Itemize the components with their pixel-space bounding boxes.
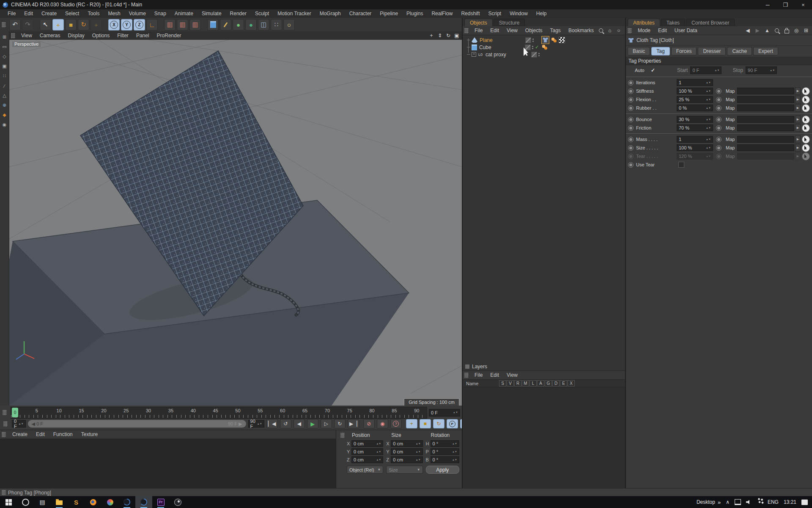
map-field[interactable] <box>737 96 794 103</box>
tab-content-browser[interactable]: Content Browser <box>686 19 735 26</box>
am-lock-icon[interactable] <box>783 27 790 34</box>
viewport-scene[interactable]: Perspective Grid Spacing : 100 cm <box>9 40 462 406</box>
key-position-toggle[interactable]: + <box>406 419 417 428</box>
timeline-playhead[interactable]: 0 <box>12 408 18 417</box>
keyframe-dot-icon[interactable] <box>628 162 634 168</box>
rail-edges-mode-icon[interactable]: ∕ <box>1 83 8 89</box>
key-rotation-toggle[interactable]: ↻ <box>433 419 444 428</box>
toolbar-move-tool-icon[interactable]: + <box>52 19 64 30</box>
menu-motion-tracker[interactable]: Motion Tracker <box>273 10 315 17</box>
rail-tweak-mode-icon[interactable]: ◆ <box>1 112 8 118</box>
coordinates-grip[interactable] <box>340 433 345 438</box>
map-browse-button[interactable]: ▶ <box>795 124 801 132</box>
current-frame-field[interactable]: 0 F▲▼ <box>12 420 26 428</box>
toolbar-lock-x-axis-icon[interactable]: X <box>108 19 120 30</box>
toolbar-redo-icon[interactable]: ↷ <box>22 19 33 30</box>
loop-button[interactable]: ↻ <box>334 419 346 428</box>
coordinate-mode-dropdown[interactable]: Object (Rel)▼ <box>347 466 383 474</box>
goto-end-button[interactable]: ▶▕ <box>348 419 359 428</box>
keyframe-dot-icon[interactable] <box>628 88 634 94</box>
om-menu-edit[interactable]: Edit <box>486 27 503 34</box>
toolbar-lock-z-axis-icon[interactable]: Z <box>134 19 145 30</box>
map-keyframe-dot-icon[interactable] <box>716 145 721 151</box>
map-keyframe-dot-icon[interactable] <box>716 88 721 94</box>
keyframe-dot-icon[interactable] <box>628 117 634 122</box>
material-menu-create[interactable]: Create <box>8 431 32 438</box>
map-field[interactable] <box>737 116 794 123</box>
section-tab-cache[interactable]: Cache <box>727 47 752 55</box>
keyframe-dot-icon[interactable] <box>628 137 634 142</box>
toggle-view-layout-icon[interactable]: ▣ <box>453 32 460 39</box>
menu-volume[interactable]: Volume <box>125 10 150 17</box>
rotation-field-b[interactable]: 0 °▲▼ <box>431 456 459 463</box>
apply-button[interactable]: Apply <box>426 466 459 474</box>
layers-column-m[interactable]: M <box>522 380 529 387</box>
map-keyframe-dot-icon[interactable] <box>716 125 721 131</box>
camera-rotate-icon[interactable]: ↻ <box>445 32 452 39</box>
am-menu-grip[interactable] <box>628 28 632 33</box>
map-pick-button[interactable] <box>802 135 810 144</box>
cloth-tag-icon[interactable] <box>541 36 549 44</box>
menu-help[interactable]: Help <box>532 10 551 17</box>
om-menu-tags[interactable]: Tags <box>546 27 565 34</box>
minimize-button[interactable]: ─ <box>759 0 776 9</box>
keyframe-dot-icon[interactable] <box>628 125 634 131</box>
dropbox-icon[interactable] <box>758 501 761 503</box>
viewport-menu-panel[interactable]: Panel <box>132 32 153 39</box>
rail-make-editable-icon[interactable]: ⊞ <box>1 34 8 40</box>
layers-column-d[interactable]: D <box>552 380 560 387</box>
transport-grip[interactable] <box>3 421 8 427</box>
object-name[interactable]: Cube <box>479 44 525 50</box>
layers-column-r[interactable]: R <box>514 380 521 387</box>
use-tear-checkbox[interactable] <box>678 162 684 168</box>
rail-model-mode-icon[interactable]: ▭ <box>1 44 8 50</box>
menu-file[interactable]: File <box>3 10 20 17</box>
network-icon[interactable] <box>735 499 741 505</box>
taskbar-search-icon[interactable] <box>17 496 34 508</box>
rail-texture-mode-icon[interactable]: ◇ <box>1 53 8 60</box>
map-pick-button[interactable] <box>802 152 810 160</box>
viewport-menu-options[interactable]: Options <box>88 32 113 39</box>
layers-column-a[interactable]: A <box>537 380 544 387</box>
menu-snap[interactable]: Snap <box>150 10 170 17</box>
am-history-forward-icon[interactable]: ▶ <box>754 27 761 34</box>
viewport-menu-display[interactable]: Display <box>64 32 88 39</box>
camera-label[interactable]: Perspective <box>12 41 41 47</box>
viewport-menu-filter[interactable]: Filter <box>113 32 132 39</box>
map-browse-button[interactable]: ▶ <box>795 116 801 123</box>
layer-color-box[interactable] <box>525 37 531 43</box>
visibility-dots[interactable] <box>532 46 533 49</box>
material-menu-function[interactable]: Function <box>49 431 77 438</box>
section-tab-expert[interactable]: Expert <box>753 47 778 55</box>
start-field[interactable]: 0 F▲▼ <box>690 66 721 74</box>
property-value-field[interactable]: 0 %▲▼ <box>677 105 713 111</box>
map-field[interactable] <box>737 153 794 160</box>
om-menu-bookmarks[interactable]: Bookmarks <box>565 27 598 34</box>
section-tab-forces[interactable]: Forces <box>671 47 697 55</box>
menu-window[interactable]: Window <box>505 10 532 17</box>
toolbar-edit-render-settings-icon[interactable]: ▥ <box>189 19 201 30</box>
close-button[interactable]: × <box>794 0 812 9</box>
toolbar-add-deformer-icon[interactable]: ● <box>245 19 257 30</box>
om-menu-objects[interactable]: Objects <box>521 27 546 34</box>
object-row-cat-proxy[interactable]: +L0cat proxy <box>463 51 625 58</box>
play-button[interactable]: ▶ <box>307 419 318 428</box>
object-name[interactable]: Plane <box>480 37 525 43</box>
menu-mograph[interactable]: MoGraph <box>315 10 345 17</box>
section-tab-basic[interactable]: Basic <box>628 47 650 55</box>
taskbar-cinema4d-active-icon[interactable] <box>135 496 152 508</box>
map-pick-button[interactable] <box>802 116 810 124</box>
size-field-z[interactable]: 0 cm▲▼ <box>391 456 422 463</box>
toolbar-add-mograph-icon[interactable]: ∷ <box>271 19 282 30</box>
keyframe-dot-icon[interactable] <box>628 80 634 86</box>
layers-list-area[interactable] <box>463 387 625 488</box>
desktop-toolbar-label[interactable]: Desktop <box>697 499 715 505</box>
toolbar-coordinate-system-icon[interactable]: ∟ <box>146 19 158 30</box>
menu-plugins[interactable]: Plugins <box>402 10 427 17</box>
key-parameter-toggle[interactable]: P <box>447 419 458 428</box>
menu-render[interactable]: Render <box>226 10 251 17</box>
am-menu-user-data[interactable]: User Data <box>671 27 701 34</box>
am-history-back-icon[interactable]: ◀ <box>744 27 751 34</box>
layer-color-box[interactable] <box>525 44 531 50</box>
toolbar-last-used-tool-icon[interactable]: + <box>91 19 102 30</box>
